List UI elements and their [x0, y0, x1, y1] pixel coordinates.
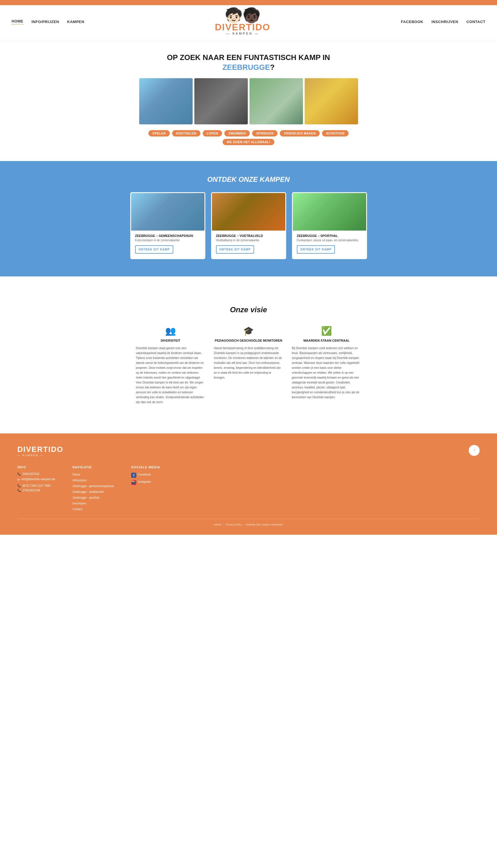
tags-container: Spelen Knutselen Lopen Zwemmen Springen … — [147, 130, 350, 145]
nav-right: Facebook Inschrijven Contact — [401, 20, 485, 24]
footer-nav-home[interactable]: Home — [72, 472, 114, 477]
kamp-btn-2[interactable]: Ontdek dit kamp — [216, 245, 254, 254]
footer-facebook-row: f Facebook — [131, 472, 160, 478]
visie-section: Onze visie 👥 Diversiteit Divertido kampe… — [125, 288, 373, 422]
hero-title-line1: Op zoek naar een funtastisch kamp in — [167, 53, 330, 62]
visie-col-title-3: Waarden staan centraal — [292, 339, 361, 342]
tag-avontuur: Avontuur — [322, 130, 349, 136]
nav-contact[interactable]: Contact — [466, 20, 485, 24]
footer-col-info: Info 📞 0495/307016 ✉ info@divertido-kamp… — [17, 466, 55, 513]
visie-col-text-3: Bij Divertido kampen voelt iedereen zich… — [292, 346, 361, 400]
logo-container: 🧒🏻🧒🏿 DIVERTIDO — kampen — — [215, 8, 270, 35]
footer-nav-contact[interactable]: Contact — [72, 507, 114, 511]
email-icon: ✉ — [17, 478, 20, 481]
footer-credits-link[interactable]: Website door Jasper Vermeulen — [246, 523, 283, 526]
tag-springen: Springen — [252, 130, 278, 136]
kamp-card-2: Zeebrugge – Voetbalveld Voetbalkamp in d… — [211, 192, 286, 259]
footer-phone3: 0769.859.594 — [23, 489, 40, 492]
visie-title: Onze visie — [136, 305, 361, 314]
kamp-btn-1[interactable]: Ontdek dit kamp — [135, 245, 173, 254]
phone-icon-2: 📞 — [17, 484, 21, 487]
kampen-section: Ontdek onze kampen Zeebrugge – Gemeensch… — [0, 161, 497, 277]
footer-admin-link[interactable]: Admin — [214, 523, 222, 526]
kamp-card-image-1 — [131, 193, 204, 231]
kamp-card-desc-1: Extra kampen in de zomervakantie — [135, 239, 200, 242]
footer-nav-inschrijven[interactable]: Inschrijven — [72, 501, 114, 505]
visie-col-1: 👥 Diversiteit Divertido kampen staat gar… — [136, 326, 205, 404]
footer-nav-sporthal[interactable]: Zeebrugge - sporthal — [72, 496, 114, 500]
footer-phone2: 8676 7390 2107 7895 — [23, 484, 51, 487]
kamp-card-body-2: Zeebrugge – Voetbalveld Voetbalkamp in d… — [212, 231, 285, 258]
footer-logo: DIVERTIDO — kampen — — [17, 445, 63, 457]
hero-highlight: Zeebrugge — [222, 63, 270, 72]
visie-col-title-1: Diversiteit — [136, 339, 205, 342]
kamp-card-desc-2: Voetbalkamp in de zomervakantie — [216, 239, 281, 242]
footer-phone3-row: 📞 0769.859.594 — [17, 489, 55, 492]
kamp-card-3: Zeebrugge – Sporthal Funkampen, keuze ui… — [292, 192, 367, 259]
footer-info-title: Info — [17, 466, 55, 469]
logo-characters: 🧒🏻🧒🏿 — [215, 8, 270, 23]
pedagogisch-icon: 🎓 — [214, 326, 283, 336]
nav-left: Home Info/Prijzen Kampen — [12, 19, 84, 25]
hero-section: Op zoek naar een funtastisch kamp in Zee… — [0, 41, 497, 155]
kamp-card-body-1: Zeebrugge – Gemeenschapshuis Extra kampe… — [131, 231, 204, 258]
footer-logo-text: DIVERTIDO — [17, 445, 63, 454]
footer-instagram-row: 📷 Instagram — [131, 480, 160, 485]
waarden-icon: ✅ — [292, 326, 361, 336]
footer-col-social: Sociale media f Facebook 📷 Instagram — [131, 466, 160, 513]
visie-col-text-1: Divertido kampen staat garant voor een v… — [136, 346, 205, 404]
hero-images — [133, 78, 364, 124]
kamp-card-title-3: Zeebrugge – Sporthal — [297, 234, 362, 237]
hero-image-4 — [305, 78, 358, 124]
nav-kampen[interactable]: Kampen — [67, 20, 84, 24]
kamp-card-body-3: Zeebrugge – Sporthal Funkampen, keuze ui… — [293, 231, 366, 258]
kamp-card-desc-3: Funkampen, keuze uit paas- en zomervakan… — [297, 239, 362, 242]
header: Home Info/Prijzen Kampen 🧒🏻🧒🏿 DIVERTIDO … — [0, 5, 497, 41]
tag-zwemmen: Zwemmen — [224, 130, 250, 136]
visie-col-3: ✅ Waarden staan centraal Bij Divertido k… — [292, 326, 361, 404]
kamp-card-1: Zeebrugge – Gemeenschapshuis Extra kampe… — [130, 192, 205, 259]
tag-spelen: Spelen — [148, 130, 170, 136]
kamp-card-image-2 — [212, 193, 285, 231]
kamp-card-title-1: Zeebrugge – Gemeenschapshuis — [135, 234, 200, 237]
footer-bottom: Admin – Privacy Policy – Website door Ja… — [17, 518, 480, 526]
hero-image-1 — [139, 78, 193, 124]
nav-info-prijzen[interactable]: Info/Prijzen — [31, 20, 59, 24]
footer-phone2-row: 📞 8676 7390 2107 7895 — [17, 484, 55, 487]
top-bar — [0, 0, 497, 5]
tag-alles: We doen het allemaal! — [223, 139, 274, 145]
footer-phone1-row: 📞 0495/307016 — [17, 472, 55, 475]
footer-facebook-link[interactable]: Facebook — [138, 472, 151, 477]
footer-top: DIVERTIDO — kampen — ↑ — [17, 445, 480, 457]
kampen-title: Ontdek onze kampen — [6, 175, 491, 183]
visie-columns: 👥 Diversiteit Divertido kampen staat gar… — [136, 326, 361, 404]
tag-vriendjes: Vriendjes maken — [280, 130, 320, 136]
footer-email[interactable]: info@divertido-kampen.be — [22, 477, 55, 481]
kamp-card-title-2: Zeebrugge – Voetbalveld — [216, 234, 281, 237]
kampen-cards: Zeebrugge – Gemeenschapshuis Extra kampe… — [125, 192, 373, 259]
visie-col-2: 🎓 Pedagogisch geschoolde monitoren Vanui… — [214, 326, 283, 404]
hero-image-3 — [250, 78, 303, 124]
footer-nav-voetbalveld[interactable]: Zeebrugge - voetbalveld — [72, 490, 114, 494]
nav-facebook[interactable]: Facebook — [401, 20, 423, 24]
kamp-btn-3[interactable]: Ontdek dit kamp — [297, 245, 335, 254]
footer-social-title: Sociale media — [131, 466, 160, 469]
logo-text: DIVERTIDO — [215, 23, 270, 32]
nav-home[interactable]: Home — [12, 19, 24, 25]
scroll-top-button[interactable]: ↑ — [469, 445, 480, 456]
hero-title-end: ? — [270, 63, 275, 72]
footer-nav-gemeenschapshuis[interactable]: Zeebrugge - gemeenschapshuis — [72, 484, 114, 488]
footer-privacy-link[interactable]: Privacy Policy — [226, 523, 242, 526]
visie-col-title-2: Pedagogisch geschoolde monitoren — [214, 339, 283, 342]
footer-instagram-link[interactable]: Instagram — [138, 480, 151, 484]
diversity-icon: 👥 — [136, 326, 205, 336]
footer-email-row: ✉ info@divertido-kampen.be — [17, 477, 55, 483]
instagram-icon: 📷 — [131, 480, 136, 485]
visie-col-text-2: Vanuit beroepservaring of door praktijke… — [214, 346, 283, 380]
footer-col-nav: Navigatie Home Info/prijzen Zeebrugge - … — [72, 466, 114, 513]
nav-inschrijven[interactable]: Inschrijven — [431, 20, 458, 24]
footer: DIVERTIDO — kampen — ↑ Info 📞 0495/30701… — [0, 433, 497, 535]
footer-nav-info[interactable]: Info/prijzen — [72, 478, 114, 483]
tag-lopen: Lopen — [203, 130, 222, 136]
kamp-card-image-3 — [293, 193, 366, 231]
